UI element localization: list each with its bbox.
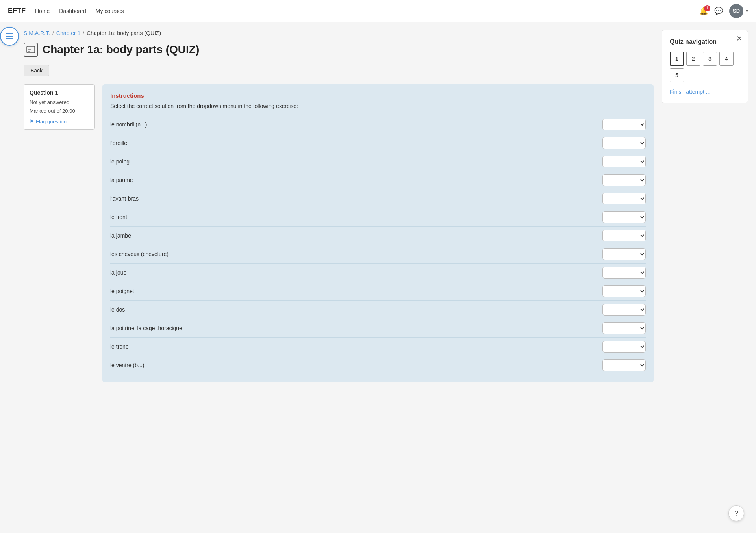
nav-number-button[interactable]: 3: [703, 52, 717, 66]
dropdown-row: la paume: [110, 171, 646, 189]
dropdown-select[interactable]: [602, 230, 646, 241]
flag-question-link[interactable]: ⚑ Flag question: [30, 119, 89, 124]
question-title: Question 1: [30, 89, 89, 96]
back-button[interactable]: Back: [24, 65, 49, 76]
flag-icon: ⚑: [30, 119, 34, 124]
dropdown-label: l'avant-bras: [110, 195, 602, 202]
dropdown-row: le poignet: [110, 282, 646, 301]
nav-numbers-row: 12345: [670, 52, 740, 82]
breadcrumb-chapter1[interactable]: Chapter 1: [56, 30, 80, 36]
help-button[interactable]: ?: [728, 505, 744, 521]
content-area: S.M.A.R.T. / Chapter 1 / Chapter 1a: bod…: [24, 30, 654, 525]
notification-bell[interactable]: 🔔 1: [699, 7, 708, 15]
quiz-navigation-panel: ✕ Quiz navigation 12345 Finish attempt .…: [662, 30, 748, 103]
dropdown-select[interactable]: [602, 156, 646, 167]
dropdown-select[interactable]: [602, 174, 646, 186]
nav-home[interactable]: Home: [35, 8, 50, 14]
svg-rect-2: [6, 38, 13, 39]
dropdown-row: le ventre (b...): [110, 356, 646, 374]
quiz-nav-title: Quiz navigation: [670, 38, 740, 45]
dropdown-label: la joue: [110, 269, 602, 276]
dropdown-select[interactable]: [602, 359, 646, 371]
page-title-row: Chapter 1a: body parts (QUIZ): [24, 43, 654, 57]
dropdown-row: l'oreille: [110, 134, 646, 152]
dropdown-label: le front: [110, 214, 602, 220]
dropdown-select[interactable]: [602, 137, 646, 149]
dropdown-select[interactable]: [602, 285, 646, 297]
dropdown-row: le front: [110, 208, 646, 227]
dropdown-row: la poitrine, la cage thoracique: [110, 319, 646, 338]
user-menu[interactable]: SD ▾: [729, 4, 748, 18]
dropdown-label: le dos: [110, 306, 602, 313]
svg-rect-0: [6, 33, 13, 34]
nav-number-button[interactable]: 5: [670, 68, 684, 82]
breadcrumb-smart[interactable]: S.M.A.R.T.: [24, 30, 50, 36]
dropdown-row: la joue: [110, 264, 646, 282]
dropdown-label: le tronc: [110, 344, 602, 350]
quiz-body: Question 1 Not yet answered Marked out o…: [24, 84, 654, 382]
navbar: EFTF Home Dashboard My courses 🔔 1 💬 SD …: [0, 0, 756, 22]
dropdown-label: l'oreille: [110, 140, 602, 146]
close-nav-button[interactable]: ✕: [736, 34, 742, 43]
dropdown-label: le nombril (n...): [110, 121, 602, 128]
breadcrumb-current: Chapter 1a: body parts (QUIZ): [87, 30, 161, 36]
dropdown-select[interactable]: [602, 248, 646, 260]
page-title: Chapter 1a: body parts (QUIZ): [43, 43, 199, 56]
chat-icon[interactable]: 💬: [714, 7, 723, 15]
dropdown-select[interactable]: [602, 193, 646, 204]
dropdown-row: le dos: [110, 301, 646, 319]
quiz-icon: [24, 43, 38, 57]
nav-my-courses[interactable]: My courses: [96, 8, 124, 14]
dropdown-select[interactable]: [602, 341, 646, 353]
brand: EFTF: [8, 7, 26, 15]
dropdown-label: le poing: [110, 158, 602, 165]
question-marked-out: Marked out of 20.00: [30, 108, 89, 115]
sidebar-toggle-button[interactable]: [0, 27, 19, 46]
chevron-down-icon: ▾: [746, 8, 748, 14]
dropdown-select[interactable]: [602, 119, 646, 130]
dropdown-label: le poignet: [110, 288, 602, 294]
dropdown-rows: le nombril (n...)l'oreillele poingla pau…: [110, 115, 646, 374]
nav-number-button[interactable]: 2: [686, 52, 700, 66]
dropdown-label: la jambe: [110, 232, 602, 239]
breadcrumb: S.M.A.R.T. / Chapter 1 / Chapter 1a: bod…: [24, 30, 654, 36]
question-not-answered: Not yet answered: [30, 99, 89, 106]
dropdown-select[interactable]: [602, 304, 646, 316]
svg-rect-1: [6, 36, 13, 37]
dropdown-row: le nombril (n...): [110, 115, 646, 134]
dropdown-row: la jambe: [110, 227, 646, 245]
finish-attempt-link[interactable]: Finish attempt ...: [670, 89, 710, 95]
dropdown-label: le ventre (b...): [110, 362, 602, 368]
instructions-text: Select the correct solution from the dro…: [110, 103, 646, 109]
nav-dashboard[interactable]: Dashboard: [59, 8, 86, 14]
dropdown-row: les cheveux (chevelure): [110, 245, 646, 264]
dropdown-select[interactable]: [602, 211, 646, 223]
question-status-panel: Question 1 Not yet answered Marked out o…: [24, 84, 94, 130]
question-content-area: Instructions Select the correct solution…: [102, 84, 654, 382]
menu-icon: [6, 33, 13, 39]
nav-number-button[interactable]: 1: [670, 52, 684, 66]
dropdown-select[interactable]: [602, 267, 646, 279]
dropdown-select[interactable]: [602, 322, 646, 334]
dropdown-row: le poing: [110, 152, 646, 171]
instructions-title: Instructions: [110, 92, 646, 99]
dropdown-label: les cheveux (chevelure): [110, 251, 602, 257]
dropdown-label: la paume: [110, 177, 602, 183]
dropdown-label: la poitrine, la cage thoracique: [110, 325, 602, 331]
nav-number-button[interactable]: 4: [719, 52, 734, 66]
avatar: SD: [729, 4, 743, 18]
dropdown-row: l'avant-bras: [110, 189, 646, 208]
notification-count: 1: [704, 5, 710, 11]
dropdown-row: le tronc: [110, 338, 646, 356]
main-content: S.M.A.R.T. / Chapter 1 / Chapter 1a: bod…: [0, 22, 756, 533]
